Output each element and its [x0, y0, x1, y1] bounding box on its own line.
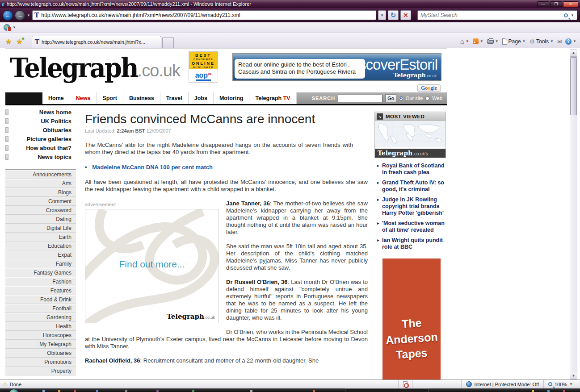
sidebar-item-fashion[interactable]: Fashion: [5, 277, 76, 286]
refresh-button[interactable]: ↻: [388, 10, 399, 20]
home-button[interactable]: ⌂▼: [460, 38, 469, 45]
browser-addon-icon[interactable]: [4, 24, 10, 31]
email-button[interactable]: ✉: [557, 38, 562, 45]
ad-cta-text[interactable]: Find out more...: [85, 261, 219, 268]
sidebar-item-health[interactable]: Health: [5, 322, 76, 331]
sidebar-item-digital-life[interactable]: Digital Life: [5, 224, 76, 233]
sidebar-item-features[interactable]: Features: [5, 286, 76, 295]
vertical-scrollbar[interactable]: ▲ ▼: [570, 49, 577, 379]
blocked-content-indicator[interactable]: [398, 380, 412, 388]
browser-search-input[interactable]: [420, 12, 561, 18]
help-icon: ?: [565, 38, 572, 45]
sidebar-item-football[interactable]: Football: [5, 304, 76, 313]
nav-item-travel[interactable]: Travel: [160, 92, 189, 104]
zoom-level: 100%: [555, 382, 567, 387]
related-article-link[interactable]: Madeleine McCann DNA 100 per cent match: [92, 164, 213, 171]
most-viewed-item[interactable]: ▸'Most seductive woman of all time' reve…: [377, 220, 446, 234]
stop-button[interactable]: ✕: [400, 10, 411, 20]
nav-item-sport[interactable]: Sport: [97, 92, 123, 104]
sidebar-item-gardening[interactable]: Gardening: [5, 313, 76, 322]
security-zone[interactable]: Internet | Protected Mode: Off: [461, 380, 543, 388]
active-taskbar-button[interactable]: [345, 388, 429, 392]
print-button[interactable]: ▼: [487, 39, 499, 44]
sidebar-item-how-about-that[interactable]: How about that?: [5, 144, 76, 153]
sidebar-item-earth[interactable]: Earth: [5, 233, 76, 242]
tools-menu-button[interactable]: ⚙Tools▼: [530, 38, 554, 45]
sidebar-item-arts[interactable]: Arts: [5, 179, 76, 188]
most-viewed-item[interactable]: ▸Grand Theft Auto IV: so good, it's crim…: [377, 179, 446, 193]
inline-advertisement[interactable]: Find out more... Telegraph.co.uk: [85, 209, 219, 323]
most-viewed-caption: Telegraph .co.uk's: [375, 149, 446, 158]
sidebar-item-family[interactable]: Family: [5, 259, 76, 268]
address-input[interactable]: [41, 12, 374, 18]
minimize-button[interactable]: —: [537, 1, 549, 7]
scroll-down-icon[interactable]: ▼: [570, 372, 577, 379]
address-field[interactable]: T: [32, 10, 376, 20]
sidebar-item-horoscopes[interactable]: Horoscopes: [5, 331, 76, 340]
address-dropdown-button[interactable]: ▼: [378, 10, 386, 20]
sidebar-item-food-drink[interactable]: Food & Drink: [5, 295, 76, 304]
sidebar-item-uk-politics[interactable]: UK Politics: [5, 117, 76, 126]
scrollbar-thumb[interactable]: [570, 57, 577, 115]
active-tab[interactable]: T http://www.telegraph.co.uk/news/main.j…: [32, 36, 161, 48]
nav-item-jobs[interactable]: Jobs: [189, 92, 214, 104]
nav-item-home[interactable]: Home: [42, 92, 70, 104]
search-dropdown-icon[interactable]: ▼: [571, 13, 574, 17]
nav-item-business[interactable]: Business: [123, 92, 160, 104]
sidebar-item-obituaries[interactable]: Obituaries: [5, 126, 76, 135]
anderson-tapes-ad[interactable]: TheAndersonTapes: [382, 259, 441, 379]
sidebar-item-expat[interactable]: Expat: [5, 250, 76, 259]
warning-icon[interactable]: ⚠: [3, 381, 8, 388]
printer-icon: [487, 39, 494, 44]
sidebar-item-property[interactable]: Property: [5, 367, 76, 375]
help-button[interactable]: ?▼: [565, 38, 576, 45]
zoom-dropdown-icon[interactable]: ▼: [569, 382, 573, 386]
sidebar-item-news-home[interactable]: News home: [5, 108, 76, 117]
scroll-up-icon[interactable]: ▲: [570, 50, 577, 57]
estoril-banner-ad[interactable]: Read our online guide to the best of Est…: [232, 53, 441, 81]
most-viewed-item[interactable]: ▸Ian Wright quits pundit role at BBC: [377, 237, 446, 250]
browser-search-box[interactable]: ▼: [417, 10, 577, 20]
nav-item-news[interactable]: News: [70, 92, 97, 104]
google-badge[interactable]: Google: [417, 84, 441, 92]
search-icon[interactable]: [564, 13, 568, 17]
sidebar-item-announcements[interactable]: Announcements: [5, 170, 76, 179]
rss-button[interactable]: ▼: [473, 38, 483, 44]
sidebar-item-dating[interactable]: Dating: [5, 215, 76, 224]
sidebar-item-label: Picture galleries: [27, 136, 71, 142]
most-viewed-item[interactable]: ▸Royal Bank of Scotland in fresh cash pl…: [377, 163, 446, 176]
page-menu-button[interactable]: Page▼: [502, 38, 526, 45]
sidebar-item-my-telegraph[interactable]: My Telegraph: [5, 340, 76, 349]
go-button[interactable]: Go: [385, 94, 396, 102]
site-search-input[interactable]: [338, 95, 382, 102]
favorites-star-icon[interactable]: ★: [5, 37, 12, 46]
most-viewed-item-label: Royal Bank of Scotland in fresh cash ple…: [382, 163, 445, 175]
history-dropdown-icon[interactable]: ▼: [27, 13, 30, 17]
sidebar-item-news-topics[interactable]: News topics: [5, 153, 76, 162]
back-button[interactable]: ←: [3, 10, 13, 21]
windows-taskbar[interactable]: [0, 388, 580, 392]
telegraph-logo[interactable]: Telegraph.co.uk: [10, 55, 180, 80]
radio-our-site[interactable]: [399, 96, 403, 100]
addon-dropdown-icon[interactable]: ▼: [13, 25, 16, 29]
close-button[interactable]: ✕: [563, 1, 578, 7]
sidebar-item-picture-galleries[interactable]: Picture galleries: [5, 135, 76, 144]
sidebar-item-blogs[interactable]: Blogs: [5, 188, 76, 197]
maximize-button[interactable]: ❐: [550, 1, 562, 7]
radio-web[interactable]: [425, 96, 429, 100]
sidebar-item-fantasy-games[interactable]: Fantasy Games: [5, 268, 76, 277]
sidebar-item-crossword[interactable]: Crossword: [5, 206, 76, 215]
new-tab-stub[interactable]: [162, 37, 174, 48]
nav-item-telegraph-tv[interactable]: Telegraph TV: [249, 92, 296, 104]
start-orb-icon[interactable]: [9, 389, 19, 392]
sidebar-item-education[interactable]: Education: [5, 242, 76, 250]
sidebar-item-comment[interactable]: Comment: [5, 197, 76, 206]
sidebar-item-obituaries[interactable]: Obituaries: [5, 349, 76, 358]
nav-item-motoring[interactable]: Motoring: [214, 92, 249, 104]
last-updated: Last Updated: 2:24am BST 12/09/2007: [85, 128, 368, 133]
most-viewed-item[interactable]: ▸Judge in JK Rowling copyright trial bra…: [377, 196, 446, 217]
add-favorite-icon[interactable]: ★: [16, 37, 22, 46]
sidebar-item-promotions[interactable]: Promotions: [5, 358, 76, 367]
forward-button[interactable]: →: [15, 10, 25, 21]
zoom-control[interactable]: 100% ▼: [543, 380, 577, 388]
